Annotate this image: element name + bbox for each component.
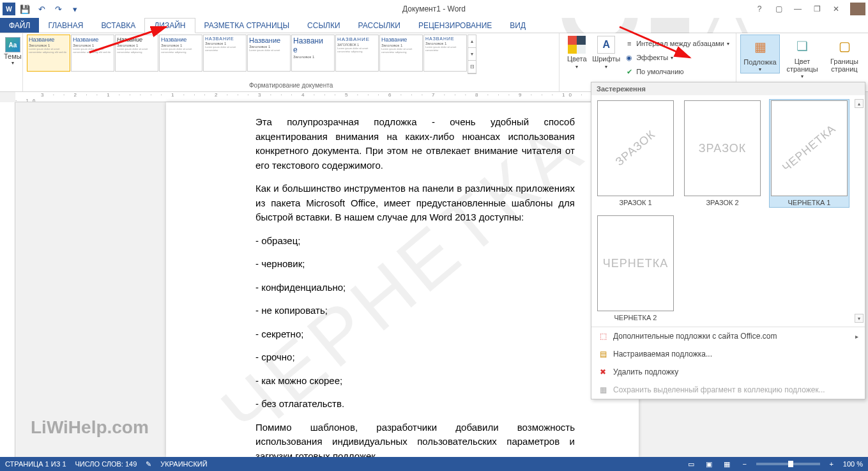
tab-view[interactable]: ВИД	[501, 18, 535, 33]
watermark-option-zrazok1[interactable]: ЗРАЗОК ЗРАЗОК 1	[595, 99, 676, 208]
watermark-save-selection: ▦ Сохранить выделенный фрагмент в коллек…	[591, 381, 865, 399]
watermark-gallery-scroll[interactable]: ▴▾	[855, 99, 864, 323]
overlay-logo: LiWiHelp.com	[31, 417, 149, 438]
gallery-scroll[interactable]: ▴▾⊟	[468, 35, 476, 74]
style-thumb[interactable]: НазваниеЗаголовок 1Lorem ipsum dolor sit…	[71, 35, 114, 72]
paragraph-spacing-button[interactable]: ≡Интервал между абзацами ▾	[622, 37, 732, 50]
status-bar: СТРАНИЦА 1 ИЗ 1 ЧИСЛО СЛОВ: 149 ✎ УКРАИН…	[0, 457, 868, 471]
help-button[interactable]: ?	[750, 2, 768, 16]
view-print-layout[interactable]: ▣	[703, 459, 715, 469]
status-proofing-icon[interactable]: ✎	[146, 460, 151, 468]
watermark-gallery-header: Застереження	[591, 82, 865, 95]
paragraph-spacing-icon: ≡	[625, 39, 634, 48]
watermark-custom[interactable]: ▤ Настраиваемая подложка...	[591, 345, 865, 363]
save-selection-icon: ▦	[598, 385, 608, 395]
office-icon: ⬚	[598, 331, 608, 341]
check-icon: ✔	[625, 67, 634, 76]
window-title: Документ1 - Word	[402, 4, 466, 13]
effects-button[interactable]: ◉Эффекты ▾	[622, 51, 732, 64]
set-as-default-button[interactable]: ✔По умолчанию	[622, 65, 732, 78]
tab-page-layout[interactable]: РАЗМЕТКА СТРАНИЦЫ	[195, 18, 299, 33]
fonts-button[interactable]: A Шрифты▾	[593, 35, 620, 70]
qat-undo[interactable]: ↶	[34, 2, 49, 16]
fonts-icon: A	[597, 36, 615, 54]
tab-review[interactable]: РЕЦЕНЗИРОВАНИЕ	[409, 18, 501, 33]
ribbon-tabs: ФАЙЛ ГЛАВНАЯ ВСТАВКА ДИЗАЙН РАЗМЕТКА СТР…	[0, 18, 868, 33]
document-formatting-gallery[interactable]: НазваниеЗаголовок 1Lorem ipsum dolor sit…	[27, 35, 476, 74]
minimize-button[interactable]: —	[789, 2, 807, 16]
watermark-option-zrazok2[interactable]: ЗРАЗОК ЗРАЗОК 2	[682, 99, 763, 208]
effects-icon: ◉	[625, 53, 634, 62]
group-label-formatting: Форматирование документа	[27, 82, 555, 90]
tab-file[interactable]: ФАЙЛ	[0, 18, 39, 33]
page-borders-icon: ▢	[834, 36, 855, 56]
view-web-layout[interactable]: ▦	[720, 459, 733, 469]
document-body[interactable]: Эта полупрозрачная подложка - очень удоб…	[255, 115, 575, 457]
watermark-icon: ▦	[750, 36, 770, 57]
style-thumb[interactable]: НазваниеЗаголовок 1Lorem ipsum dolor sit…	[379, 35, 423, 72]
close-button[interactable]: ✕	[827, 2, 845, 16]
ribbon-options-button[interactable]: ▢	[770, 2, 788, 16]
tab-home[interactable]: ГЛАВНАЯ	[39, 18, 92, 33]
colors-icon	[568, 36, 586, 54]
user-avatar[interactable]	[850, 3, 865, 15]
themes-button[interactable]: Aa Темы ▾	[4, 35, 22, 66]
zoom-out[interactable]: −	[738, 459, 751, 469]
remove-watermark-icon: ✖	[598, 367, 608, 377]
tab-insert[interactable]: ВСТАВКА	[92, 18, 144, 33]
page-color-button[interactable]: ❏ Цвет страницы▾	[782, 35, 822, 80]
status-word-count[interactable]: ЧИСЛО СЛОВ: 149	[75, 460, 137, 468]
watermark-option-chernetka1[interactable]: ЧЕРНЕТКА ЧЕРНЕТКА 1	[769, 99, 849, 208]
style-thumb[interactable]: НазваниеЗаголовок 1Lorem ipsum dolor sit…	[27, 35, 70, 72]
title-bar: W 💾 ↶ ↷ ▾ Документ1 - Word ? ▢ — ❐ ✕	[0, 0, 868, 18]
status-page[interactable]: СТРАНИЦА 1 ИЗ 1	[5, 460, 66, 468]
qat-redo[interactable]: ↷	[51, 2, 65, 16]
style-thumb[interactable]: НазваниеЗаголовок 1	[291, 35, 335, 72]
themes-icon: Aa	[5, 37, 20, 52]
tab-mailings[interactable]: РАССЫЛКИ	[349, 18, 409, 33]
page-color-icon: ❏	[792, 36, 812, 56]
tab-design[interactable]: ДИЗАЙН	[144, 18, 195, 33]
word-app-icon: W	[3, 3, 15, 15]
watermark-more-office[interactable]: ⬚ Дополнительные подложки с сайта Office…	[591, 327, 865, 345]
style-thumb[interactable]: НАЗВАНИЕЗаголовок 1Lorem ipsum dolor sit…	[423, 35, 467, 72]
style-thumb[interactable]: НазваниеЗаголовок 1Lorem ipsum dolor sit…	[159, 35, 202, 72]
view-read-mode[interactable]: ▭	[685, 459, 697, 469]
zoom-slider[interactable]	[756, 463, 820, 465]
style-thumb[interactable]: НазваниеЗаголовок 1Lorem ipsum dolor sit…	[247, 35, 291, 72]
tab-references[interactable]: ССЫЛКИ	[298, 18, 349, 33]
colors-button[interactable]: Цвета▾	[563, 35, 590, 70]
page-borders-button[interactable]: ▢ Границы страниц	[825, 35, 864, 73]
watermark-gallery-dropdown: Застереження ЗРАЗОК ЗРАЗОК 1 ЗРАЗОК ЗРАЗ…	[591, 82, 865, 399]
watermark-remove[interactable]: ✖ Удалить подложку	[591, 363, 865, 381]
status-language[interactable]: УКРАИНСКИЙ	[160, 460, 207, 468]
style-thumb[interactable]: НАЗВАНИЕЗаголовок 1Lorem ipsum dolor sit…	[203, 35, 247, 72]
zoom-level[interactable]: 100 %	[843, 460, 863, 468]
watermark-option-chernetka2[interactable]: ЧЕРНЕТКА ЧЕРНЕТКА 2	[595, 214, 676, 323]
vertical-ruler[interactable]	[0, 102, 15, 457]
watermark-button[interactable]: ▦ Подложка▾	[740, 35, 780, 73]
custom-watermark-icon: ▤	[598, 349, 608, 359]
style-thumb[interactable]: НазваниеЗаголовок 1Lorem ipsum dolor sit…	[115, 35, 158, 72]
qat-customize[interactable]: ▾	[68, 2, 82, 16]
themes-label: Темы	[4, 52, 22, 60]
zoom-in[interactable]: +	[825, 459, 838, 469]
qat-save[interactable]: 💾	[18, 2, 32, 16]
restore-button[interactable]: ❐	[808, 2, 826, 16]
document-page[interactable]: ЧЕРНЕТКА Эта полупрозрачная подложка - о…	[166, 102, 639, 457]
style-thumb[interactable]: НАЗВАНИЕЗАГОЛОВОК 1Lorem ipsum dolor sit…	[335, 35, 379, 72]
